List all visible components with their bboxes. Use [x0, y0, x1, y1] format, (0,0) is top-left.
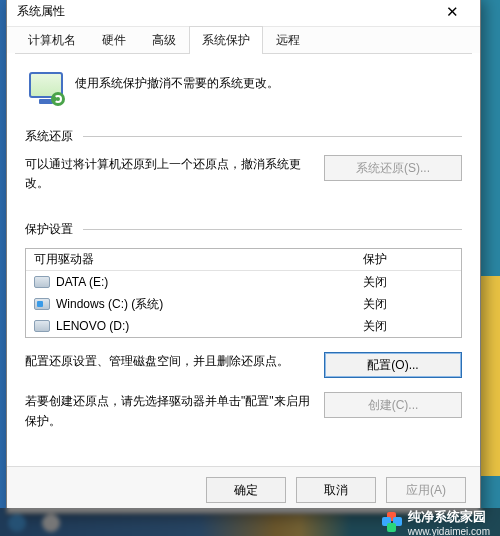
section-heading-protection: 保护设置	[25, 221, 73, 238]
close-button[interactable]: ✕	[432, 0, 472, 24]
drive-row[interactable]: DATA (E:) 关闭	[26, 271, 461, 293]
drive-list[interactable]: 可用驱动器 保护 DATA (E:) 关闭 Windows (C:) (系统) …	[25, 248, 462, 338]
tab-panel: 使用系统保护撤消不需要的系统更改。 系统还原 可以通过将计算机还原到上一个还原点…	[7, 54, 480, 466]
watermark-url: www.yidaimei.com	[408, 526, 490, 537]
system-properties-dialog: 系统属性 ✕ 计算机名 硬件 高级 系统保护 远程 使用系统保护撤消不需要的系统…	[6, 0, 481, 514]
dialog-footer: 确定 取消 应用(A)	[7, 466, 480, 513]
divider	[83, 229, 462, 230]
watermark-bar: 纯净系统家园 www.yidaimei.com	[0, 508, 500, 536]
watermark-logo-icon	[382, 512, 402, 532]
window-title: 系统属性	[17, 3, 65, 20]
intro-text: 使用系统保护撤消不需要的系统更改。	[75, 70, 279, 104]
close-icon: ✕	[446, 4, 459, 19]
disk-icon	[34, 298, 50, 310]
section-system-restore: 系统还原 可以通过将计算机还原到上一个还原点，撤消系统更改。 系统还原(S)..…	[25, 128, 462, 193]
titlebar: 系统属性 ✕	[7, 0, 480, 27]
watermark-brand: 纯净系统家园	[408, 508, 490, 526]
intro-row: 使用系统保护撤消不需要的系统更改。	[25, 66, 462, 120]
drive-status: 关闭	[363, 296, 453, 313]
col-status-header: 保护	[363, 251, 453, 268]
drive-name: LENOVO (D:)	[56, 319, 129, 333]
divider	[83, 136, 462, 137]
system-restore-button[interactable]: 系统还原(S)...	[324, 155, 462, 181]
drive-status: 关闭	[363, 318, 453, 335]
restore-description: 可以通过将计算机还原到上一个还原点，撤消系统更改。	[25, 155, 310, 193]
system-protection-icon	[29, 70, 63, 104]
drive-name: Windows (C:) (系统)	[56, 296, 163, 313]
create-description: 若要创建还原点，请先选择驱动器并单击"配置"来启用保护。	[25, 392, 310, 430]
tab-computer-name[interactable]: 计算机名	[15, 26, 89, 54]
disk-icon	[34, 320, 50, 332]
cancel-button[interactable]: 取消	[296, 477, 376, 503]
tab-hardware[interactable]: 硬件	[89, 26, 139, 54]
drive-name: DATA (E:)	[56, 275, 108, 289]
tab-system-protection[interactable]: 系统保护	[189, 26, 263, 54]
drive-status: 关闭	[363, 274, 453, 291]
ok-button[interactable]: 确定	[206, 477, 286, 503]
drive-row[interactable]: Windows (C:) (系统) 关闭	[26, 293, 461, 315]
tab-advanced[interactable]: 高级	[139, 26, 189, 54]
col-drive-header: 可用驱动器	[34, 251, 363, 268]
tabstrip: 计算机名 硬件 高级 系统保护 远程	[7, 27, 480, 53]
configure-button[interactable]: 配置(O)...	[324, 352, 462, 378]
section-heading-restore: 系统还原	[25, 128, 73, 145]
configure-description: 配置还原设置、管理磁盘空间，并且删除还原点。	[25, 352, 310, 371]
apply-button[interactable]: 应用(A)	[386, 477, 466, 503]
tab-remote[interactable]: 远程	[263, 26, 313, 54]
drive-list-header: 可用驱动器 保护	[26, 249, 461, 271]
drive-row[interactable]: LENOVO (D:) 关闭	[26, 315, 461, 337]
disk-icon	[34, 276, 50, 288]
create-restore-point-button[interactable]: 创建(C)...	[324, 392, 462, 418]
section-protection-settings: 保护设置 可用驱动器 保护 DATA (E:) 关闭 Windows (C:) …	[25, 221, 462, 430]
